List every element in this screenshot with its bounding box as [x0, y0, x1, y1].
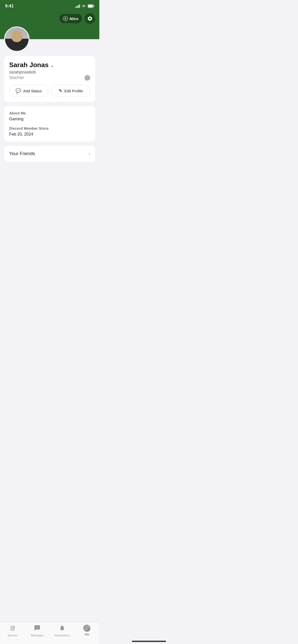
chevron-right-icon: ›	[88, 151, 90, 157]
add-status-button[interactable]: 💬 Add Status	[9, 85, 48, 97]
add-status-label: Add Status	[23, 89, 42, 93]
avatar-section	[0, 26, 99, 52]
nitro-icon	[63, 16, 68, 21]
about-me-title: About Me	[9, 111, 90, 115]
avatar-image	[5, 27, 29, 51]
nitro-label: Nitro	[70, 17, 78, 21]
signal-icon	[75, 4, 80, 8]
battery-icon	[88, 4, 94, 8]
profile-pronouns-row: She/Her	[9, 75, 90, 81]
chevron-down-icon[interactable]: ⌄	[50, 63, 54, 68]
status-dot	[85, 75, 90, 81]
profile-actions: 💬 Add Status ✎ Edit Profile	[9, 85, 90, 97]
profile-name: Sarah Jonas	[9, 61, 49, 69]
nitro-button[interactable]: Nitro	[59, 14, 82, 23]
svg-rect-1	[93, 5, 94, 7]
status-icons	[75, 4, 94, 8]
edit-profile-button[interactable]: ✎ Edit Profile	[51, 85, 90, 97]
pencil-icon: ✎	[59, 88, 62, 94]
info-card: About Me Gaming Discord Member Since Feb…	[4, 106, 95, 142]
member-since-title: Discord Member Since	[9, 126, 90, 130]
about-me-value: Gaming	[9, 117, 90, 121]
gear-icon	[87, 16, 93, 21]
friends-label: Your Friends	[9, 151, 35, 156]
profile-card: Sarah Jonas ⌄ sarahjonasbob She/Her 💬 Ad…	[4, 56, 95, 102]
status-bar: 9:41	[0, 0, 99, 11]
status-time: 9:41	[5, 4, 14, 9]
profile-name-row: Sarah Jonas ⌄	[9, 61, 90, 69]
edit-profile-label: Edit Profile	[64, 89, 83, 93]
wifi-icon	[82, 4, 86, 8]
settings-button[interactable]	[85, 13, 95, 24]
member-since-value: Feb 20, 2024	[9, 132, 90, 137]
avatar	[4, 26, 30, 52]
chat-bubble-icon: 💬	[16, 88, 21, 94]
profile-pronouns: She/Her	[9, 76, 24, 80]
profile-username: sarahjonasbob	[9, 70, 90, 75]
friends-card[interactable]: Your Friends ›	[4, 146, 95, 162]
svg-rect-2	[88, 5, 93, 7]
